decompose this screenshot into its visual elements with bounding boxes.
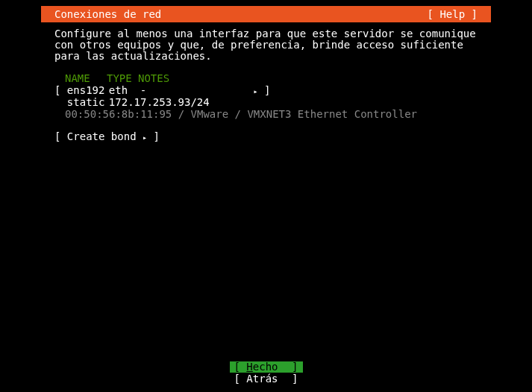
main-content: Configure al menos una interfaz para que… [54, 28, 491, 142]
table-header: NAMETYPENOTES [65, 72, 491, 84]
col-header-notes: NOTES [138, 72, 169, 84]
bracket-close: ] [147, 130, 160, 142]
interface-row[interactable]: [ ens192eth- ▸ ] [54, 84, 491, 96]
interface-type: eth [109, 84, 140, 96]
footer: [ Hecho] [ Atrás] [0, 361, 532, 385]
back-label: Atrás [246, 373, 278, 385]
bracket-close: ] [258, 84, 271, 96]
interface-name: ens192 [67, 84, 109, 96]
header-bar: Conexiones de red [ Help ] [41, 6, 491, 22]
bracket-open: [ [54, 84, 67, 96]
description-text: Configure al menos una interfaz para que… [54, 28, 491, 62]
spacer [146, 84, 253, 96]
back-button[interactable]: [ Atrás] [230, 373, 303, 385]
indent [54, 96, 67, 108]
interface-hw-info: 00:50:56:8b:11:95 / VMware / VMXNET3 Eth… [65, 108, 491, 120]
done-label-rest: echo [253, 361, 278, 373]
bracket-open: [ [234, 361, 247, 373]
addr-label: static [67, 96, 109, 108]
bracket-close: ] [292, 373, 302, 385]
interface-detail: static172.17.253.93/24 [54, 96, 491, 108]
col-header-name: NAME [65, 72, 107, 84]
addr-value: 172.17.253.93/24 [109, 96, 210, 108]
create-bond-label: Create bond [67, 130, 137, 142]
col-header-type: TYPE [107, 72, 138, 84]
help-button[interactable]: [ Help ] [428, 6, 485, 22]
bracket-close: ] [292, 361, 302, 373]
done-label-hotkey: H [246, 361, 252, 373]
bracket-open: [ [54, 130, 67, 142]
done-button[interactable]: [ Hecho] [230, 361, 303, 373]
page-title: Conexiones de red [41, 6, 161, 22]
create-bond-button[interactable]: [ Create bond ▸ ] [54, 130, 491, 142]
bracket-open: [ [234, 373, 247, 385]
